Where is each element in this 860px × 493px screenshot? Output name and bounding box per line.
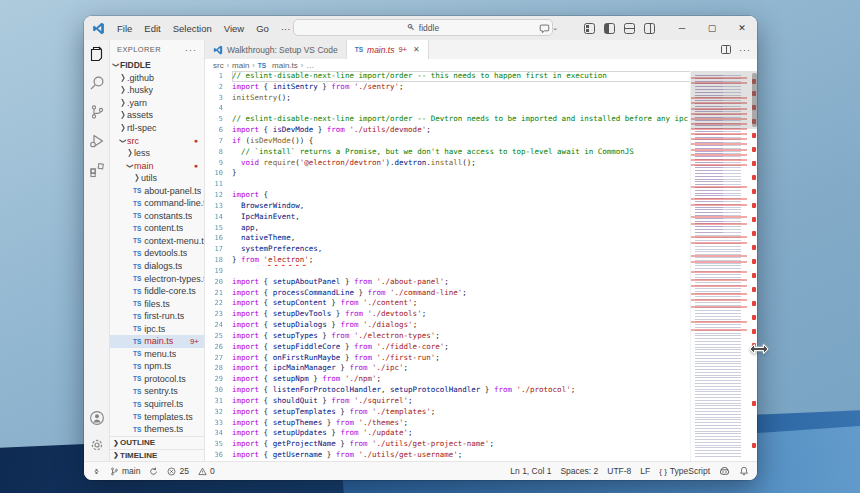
code-line-4[interactable]: 4	[205, 103, 757, 114]
code-line-25[interactable]: 25import { setupTypes } from './electron…	[205, 331, 757, 342]
search-sidebar-icon[interactable]	[89, 75, 105, 91]
tree-item-dialogs.ts[interactable]: TSdialogs.ts	[110, 260, 204, 273]
menu-item-edit[interactable]: Edit	[138, 21, 166, 36]
tree-item-main[interactable]: ❯main●	[110, 159, 204, 172]
minimize-button[interactable]: ─	[667, 16, 697, 40]
code-line-7[interactable]: 7if (isDevMode()) {	[205, 136, 757, 147]
status-utf-8[interactable]: UTF-8	[607, 466, 631, 476]
status-ln-1--col-1[interactable]: Ln 1, Col 1	[510, 466, 551, 476]
maximize-button[interactable]: ▢	[697, 16, 727, 40]
menu-item-view[interactable]: View	[218, 21, 250, 36]
code-line-33[interactable]: 33import { setupThemes } from './themes'…	[205, 418, 757, 429]
code-line-2[interactable]: 2import { initSentry } from './sentry';	[205, 82, 757, 93]
customize-layout-icon[interactable]	[584, 23, 595, 34]
tab-main-ts[interactable]: TSmain.ts9+✕	[347, 40, 429, 59]
tree-item-npm.ts[interactable]: TSnpm.ts	[110, 360, 204, 373]
tree-item-electron-types.ts[interactable]: TSelectron-types.ts	[110, 272, 204, 285]
status-25[interactable]: 25	[167, 466, 188, 476]
code-line-10[interactable]: 10}	[205, 168, 757, 179]
tree-item-.github[interactable]: ❯.github	[110, 72, 204, 85]
code-line-16[interactable]: 16 nativeTheme,	[205, 233, 757, 244]
menu-item-selection[interactable]: Selection	[167, 21, 218, 36]
accounts-icon[interactable]	[89, 410, 105, 426]
breadcrumb-item-[interactable]: …	[306, 61, 314, 70]
code-line-17[interactable]: 17 systemPreferences,	[205, 244, 757, 255]
title-bar[interactable]: FileEditSelectionViewGo··· ← → 🔍︎ fiddle…	[84, 16, 757, 40]
breadcrumb[interactable]: src›main›TSmain.ts›…	[205, 59, 757, 71]
toggle-secondary-sidebar-icon[interactable]	[644, 23, 655, 34]
code-line-3[interactable]: 3initSentry();	[205, 93, 757, 104]
code-line-34[interactable]: 34import { setupUpdates } from './update…	[205, 428, 757, 439]
tree-item-less[interactable]: ❯less	[110, 147, 204, 160]
tab-walkthrough--setup-vs-code[interactable]: Walkthrough: Setup VS Code	[205, 40, 347, 59]
code-line-27[interactable]: 27import { onFirstRunMaybe } from './fir…	[205, 353, 757, 364]
minimap-slider[interactable]	[691, 71, 757, 129]
code-line-20[interactable]: 20import { setupAboutPanel } from './abo…	[205, 277, 757, 288]
code-line-31[interactable]: 31import { shouldQuit } from './squirrel…	[205, 396, 757, 407]
code-line-30[interactable]: 30import { listenForProtocolHandler, set…	[205, 385, 757, 396]
code-line-35[interactable]: 35import { getProjectName } from './util…	[205, 439, 757, 450]
tab-close-icon[interactable]: ✕	[413, 45, 420, 54]
tree-item-squirrel.ts[interactable]: TSsquirrel.ts	[110, 398, 204, 411]
code-line-5[interactable]: 5// eslint-disable-next-line import/orde…	[205, 114, 757, 125]
menu-item-go[interactable]: Go	[250, 21, 275, 36]
code-line-21[interactable]: 21import { processCommandLine } from './…	[205, 288, 757, 299]
tree-item-about-panel.ts[interactable]: TSabout-panel.ts	[110, 184, 204, 197]
code-line-19[interactable]: 19	[205, 266, 757, 277]
status-typescript[interactable]: { }TypeScript	[659, 466, 710, 476]
tree-item-.yarn[interactable]: ❯.yarn	[110, 97, 204, 110]
tree-item-content.ts[interactable]: TScontent.ts	[110, 222, 204, 235]
extensions-icon[interactable]	[89, 162, 105, 178]
tree-item-rtl-spec[interactable]: ❯rtl-spec	[110, 122, 204, 135]
scrollbar-thumb[interactable]	[752, 73, 757, 127]
tree-item-src[interactable]: ❯src●	[110, 134, 204, 147]
code-line-36[interactable]: 36import { getUsername } from './utils/g…	[205, 450, 757, 461]
tree-item-assets[interactable]: ❯assets	[110, 109, 204, 122]
copilot-chat-button[interactable]: ⌄	[539, 23, 558, 34]
status-spaces--2[interactable]: Spaces: 2	[560, 466, 598, 476]
code-line-18[interactable]: 18} from 'electron';	[205, 255, 757, 266]
code-line-6[interactable]: 6import { isDevMode } from './utils/devm…	[205, 125, 757, 136]
tree-item-themes.ts[interactable]: TSthemes.ts	[110, 423, 204, 436]
run-and-debug-icon[interactable]	[89, 133, 105, 149]
breadcrumb-item-main.ts[interactable]: main.ts	[272, 61, 298, 70]
status-main[interactable]: main	[110, 466, 140, 476]
code-line-22[interactable]: 22import { setupContent } from './conten…	[205, 298, 757, 309]
tree-item-sentry.ts[interactable]: TSsentry.ts	[110, 385, 204, 398]
code-line-28[interactable]: 28import { ipcMainManager } from './ipc'…	[205, 363, 757, 374]
sidebar-section-timeline[interactable]: ❯TIMELINE	[110, 449, 204, 462]
code-line-32[interactable]: 32import { setupTemplates } from './temp…	[205, 407, 757, 418]
tree-item-templates.ts[interactable]: TStemplates.ts	[110, 410, 204, 423]
breadcrumb-item-main[interactable]: main	[232, 61, 249, 70]
code-line-29[interactable]: 29import { setupNpm } from './npm';	[205, 374, 757, 385]
tree-item-protocol.ts[interactable]: TSprotocol.ts	[110, 373, 204, 386]
tree-item-menu.ts[interactable]: TSmenu.ts	[110, 348, 204, 361]
code-line-11[interactable]: 11	[205, 179, 757, 190]
tree-item-fiddle[interactable]: ❯FIDDLE	[110, 59, 204, 72]
tree-item-first-run.ts[interactable]: TSfirst-run.ts	[110, 310, 204, 323]
command-center-search[interactable]: 🔍︎ fiddle	[293, 19, 553, 36]
code-line-1[interactable]: 1// eslint-disable-next-line import/orde…	[205, 71, 757, 82]
tree-item-ipc.ts[interactable]: TSipc.ts	[110, 322, 204, 335]
status-bell[interactable]	[739, 466, 749, 476]
code-line-26[interactable]: 26import { setupFiddleCore } from './fid…	[205, 342, 757, 353]
editor-more-actions-icon[interactable]: ···	[739, 45, 751, 55]
tree-item-.husky[interactable]: ❯.husky	[110, 84, 204, 97]
settings-gear-icon[interactable]	[89, 437, 105, 453]
code-line-9[interactable]: 9 void require('@electron/devtron').devt…	[205, 158, 757, 169]
code-area[interactable]: 1// eslint-disable-next-line import/orde…	[205, 71, 757, 461]
tree-item-devtools.ts[interactable]: TSdevtools.ts	[110, 247, 204, 260]
code-line-14[interactable]: 14 IpcMainEvent,	[205, 212, 757, 223]
toggle-panel-icon[interactable]	[624, 23, 635, 34]
code-line-13[interactable]: 13 BrowserWindow,	[205, 201, 757, 212]
status-lf[interactable]: LF	[640, 466, 650, 476]
breadcrumb-item-src[interactable]: src	[213, 61, 224, 70]
tree-item-context-menu.ts[interactable]: TScontext-menu.ts	[110, 235, 204, 248]
explorer-more-actions[interactable]: ···	[185, 45, 197, 55]
menu-item-file[interactable]: File	[111, 21, 138, 36]
tree-item-command-line.ts[interactable]: TScommand-line.ts	[110, 197, 204, 210]
status-remote[interactable]	[92, 467, 101, 476]
explorer-icon[interactable]	[89, 46, 105, 62]
code-line-12[interactable]: 12import {	[205, 190, 757, 201]
code-line-24[interactable]: 24import { setupDialogs } from './dialog…	[205, 320, 757, 331]
